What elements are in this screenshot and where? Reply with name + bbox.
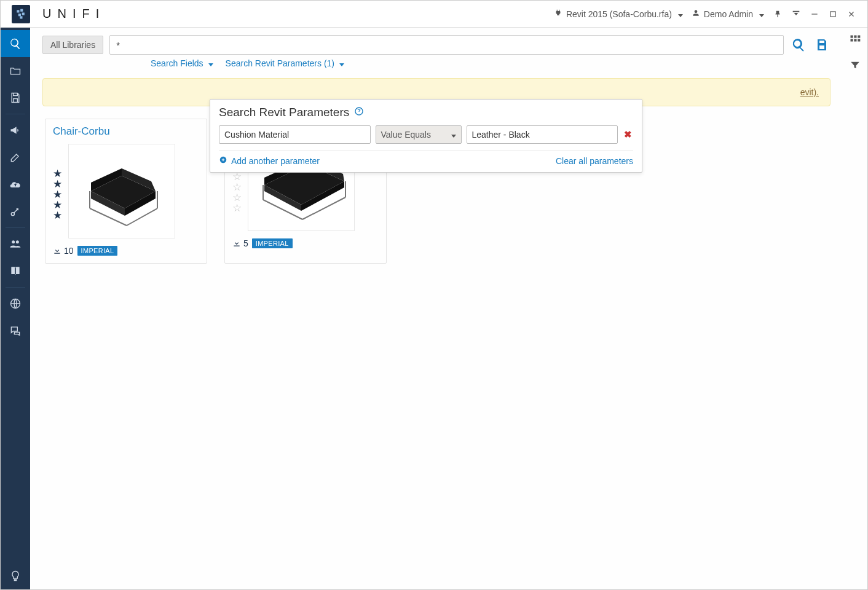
star-icon: ☆ [232, 192, 242, 203]
star-icon: ★ [53, 200, 62, 210]
popover-heading: Search Revit Parameters [219, 106, 349, 119]
minimize-icon[interactable] [810, 9, 819, 19]
search-revit-params-dropdown[interactable]: Search Revit Parameters (1) [226, 58, 344, 68]
pin-icon[interactable] [773, 9, 783, 19]
sidebar-globe[interactable] [1, 290, 30, 317]
sidebar [1, 28, 30, 589]
sidebar-announce[interactable] [1, 117, 30, 144]
param-value-input[interactable] [467, 125, 618, 144]
download-count: 5 [232, 238, 248, 248]
svg-rect-34 [858, 39, 860, 41]
svg-rect-4 [20, 16, 22, 18]
right-rail [843, 28, 867, 589]
svg-rect-32 [851, 39, 853, 41]
download-count: 10 [53, 246, 74, 256]
app-window: UNIFI Revit 2015 (Sofa-Corbu.rfa) Demo A… [0, 0, 868, 590]
caret-down-icon [757, 9, 764, 19]
star-icon: ★ [53, 179, 62, 189]
user-icon [692, 9, 700, 19]
star-icon: ☆ [232, 203, 242, 213]
maximize-icon[interactable] [828, 9, 838, 19]
card-title-link[interactable]: Chair-Corbu [53, 125, 110, 138]
svg-rect-29 [851, 36, 853, 38]
star-icon: ☆ [232, 182, 242, 192]
search-input[interactable] [109, 35, 784, 55]
add-parameter-link[interactable]: Add another parameter [219, 155, 320, 166]
caret-down-icon [206, 58, 213, 68]
search-params-popover: Search Revit Parameters Value Equals ✖ [210, 99, 642, 173]
sidebar-link[interactable] [1, 198, 30, 225]
svg-rect-0 [17, 10, 19, 12]
titlebar-file-dropdown[interactable]: Revit 2015 (Sofa-Corbu.rfa) [554, 9, 683, 19]
parameter-row: Value Equals ✖ [219, 125, 633, 144]
rating[interactable]: ★ ★ ★ ★ ★ [53, 168, 62, 221]
add-param-label: Add another parameter [231, 156, 320, 166]
sidebar-users[interactable] [1, 230, 30, 258]
caret-down-icon [337, 58, 344, 68]
user-label: Demo Admin [704, 9, 753, 19]
unit-badge: IMPERIAL [77, 246, 118, 256]
plus-circle-icon [219, 155, 227, 166]
star-icon: ☆ [232, 171, 242, 182]
svg-rect-31 [858, 36, 860, 38]
content: All Libraries Search Fields Sea [30, 28, 867, 589]
titlebar: UNIFI Revit 2015 (Sofa-Corbu.rfa) Demo A… [1, 1, 867, 28]
svg-rect-2 [18, 14, 21, 16]
help-icon[interactable] [354, 106, 364, 119]
star-icon: ★ [53, 210, 62, 221]
svg-rect-33 [854, 39, 856, 41]
result-card: Chair-Corbu ★ ★ ★ ★ ★ [45, 119, 207, 264]
filter-fields-label: Search Fields [151, 58, 203, 68]
sidebar-upload[interactable] [1, 171, 30, 198]
clear-parameters-link[interactable]: Clear all parameters [556, 156, 633, 166]
sidebar-search[interactable] [1, 30, 30, 57]
search-fields-dropdown[interactable]: Search Fields [151, 58, 213, 68]
brand-logo: UNIFI [12, 5, 105, 23]
plug-icon [554, 9, 562, 19]
titlebar-user-dropdown[interactable]: Demo Admin [692, 9, 764, 19]
banner-link[interactable]: evit). [800, 87, 819, 97]
caret-down-icon [449, 130, 456, 140]
svg-rect-1 [20, 9, 23, 11]
star-icon: ★ [53, 189, 62, 200]
svg-rect-3 [22, 12, 25, 15]
brand-name: UNIFI [42, 7, 105, 21]
sidebar-book[interactable] [1, 258, 30, 285]
svg-rect-30 [854, 36, 856, 38]
remove-param-button[interactable]: ✖ [623, 129, 633, 140]
compact-icon[interactable] [791, 9, 801, 19]
unit-badge: IMPERIAL [252, 238, 293, 248]
caret-down-icon [676, 9, 683, 19]
download-value: 10 [64, 246, 74, 256]
svg-rect-6 [831, 11, 835, 16]
param-name-input[interactable] [219, 125, 371, 144]
filter-icon[interactable] [850, 60, 861, 73]
download-icon [53, 246, 61, 255]
download-value: 5 [243, 238, 248, 248]
sidebar-save[interactable] [1, 84, 30, 111]
param-operator-select[interactable]: Value Equals [376, 125, 462, 144]
run-search-button[interactable] [790, 36, 807, 53]
chair-thumbnail [73, 148, 171, 234]
filter-params-label: Search Revit Parameters (1) [226, 58, 334, 68]
library-selector[interactable]: All Libraries [42, 36, 103, 54]
file-label: Revit 2015 (Sofa-Corbu.rfa) [566, 9, 672, 19]
sidebar-tip[interactable] [1, 562, 30, 589]
grid-view-icon[interactable] [849, 34, 861, 49]
sidebar-folder[interactable] [1, 57, 30, 84]
thumbnail[interactable] [68, 144, 175, 238]
close-icon[interactable] [846, 9, 856, 19]
operator-label: Value Equals [381, 130, 431, 140]
star-icon: ★ [53, 168, 62, 179]
sidebar-chat[interactable] [1, 317, 30, 344]
svg-rect-5 [811, 14, 817, 14]
download-icon [232, 239, 241, 248]
logo-icon [12, 5, 30, 23]
save-search-button[interactable] [813, 36, 831, 53]
sidebar-edit[interactable] [1, 144, 30, 171]
